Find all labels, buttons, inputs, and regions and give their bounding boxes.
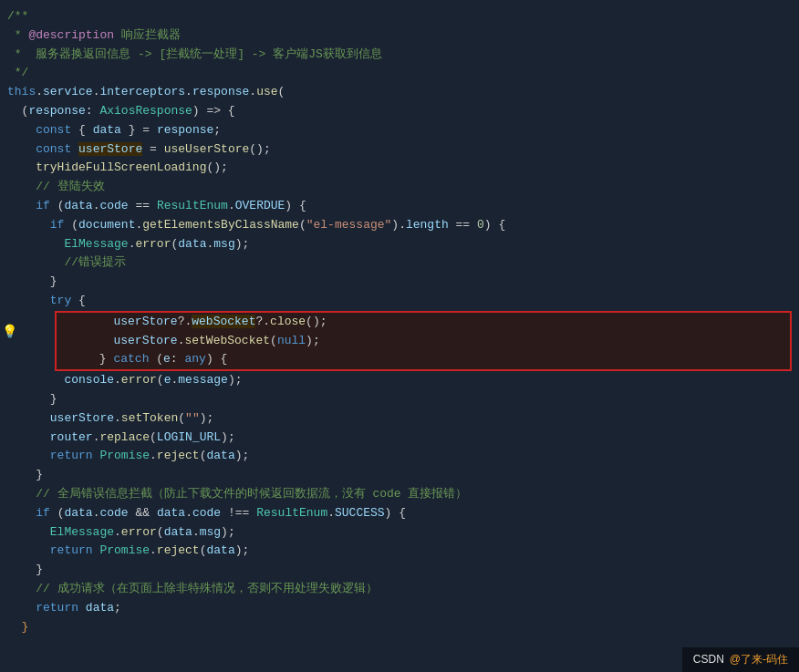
code-line: return Promise.reject(data); — [0, 542, 799, 561]
code-line: const userStore = useUserStore(); — [0, 140, 799, 160]
code-line: this.service.interceptors.response.use( — [0, 83, 799, 102]
code-line: return Promise.reject(data); — [0, 447, 799, 466]
code-line: if (data.code && data.code !== ResultEnu… — [0, 504, 799, 523]
code-line: } — [0, 561, 799, 580]
code-line: } — [0, 618, 799, 637]
code-line: router.replace(LOGIN_URL); — [0, 429, 799, 448]
highlighted-code-block: userStore?.webSocket?.close(); userStore… — [55, 311, 792, 371]
code-line: // 登陆失效 — [0, 178, 799, 197]
code-line: } — [0, 273, 799, 292]
code-line: if (document.getElementsByClassName("el-… — [0, 216, 799, 235]
code-line: ElMessage.error(data.msg); — [0, 523, 799, 543]
user-label: @了来-码住 — [730, 651, 788, 668]
code-line: * 服务器换返回信息 -> [拦截统一处理] -> 客户端JS获取到信息 — [0, 46, 799, 65]
code-line: userStore.setWebSocket(null); — [57, 332, 790, 351]
csdn-label: CSDN — [693, 651, 724, 668]
code-line: console.error(e.message); — [0, 371, 799, 390]
code-line: tryHideFullScreenLoading(); — [0, 159, 799, 178]
code-line: const { data } = response; — [0, 121, 799, 140]
code-line: * @description 响应拦截器 — [0, 26, 799, 46]
code-line: } — [0, 390, 799, 409]
code-line: */ — [0, 64, 799, 83]
code-line: ElMessage.error(data.msg); — [0, 235, 799, 254]
code-line: userStore?.webSocket?.close(); — [57, 313, 790, 332]
code-line: // 全局错误信息拦截（防止下载文件的时候返回数据流，没有 code 直接报错） — [0, 485, 799, 504]
code-line: //错误提示 — [0, 253, 799, 273]
code-container: /** * @description 响应拦截器 * 服务器换返回信息 -> [… — [0, 0, 799, 672]
code-line: return data; — [0, 599, 799, 618]
code-line: try { — [0, 292, 799, 311]
code-line: userStore.setToken(""); — [0, 409, 799, 429]
bulb-icon: 💡 — [0, 322, 17, 342]
code-line: // 成功请求（在页面上除非特殊情况，否则不用处理失败逻辑） — [0, 580, 799, 599]
code-line: /** — [0, 7, 799, 26]
code-line: } — [0, 466, 799, 485]
footer: CSDN @了来-码住 — [682, 647, 799, 672]
code-line: (response: AxiosResponse) => { — [0, 102, 799, 121]
code-line: } catch (e: any) { — [57, 350, 790, 369]
code-line: if (data.code == ResultEnum.OVERDUE) { — [0, 197, 799, 216]
